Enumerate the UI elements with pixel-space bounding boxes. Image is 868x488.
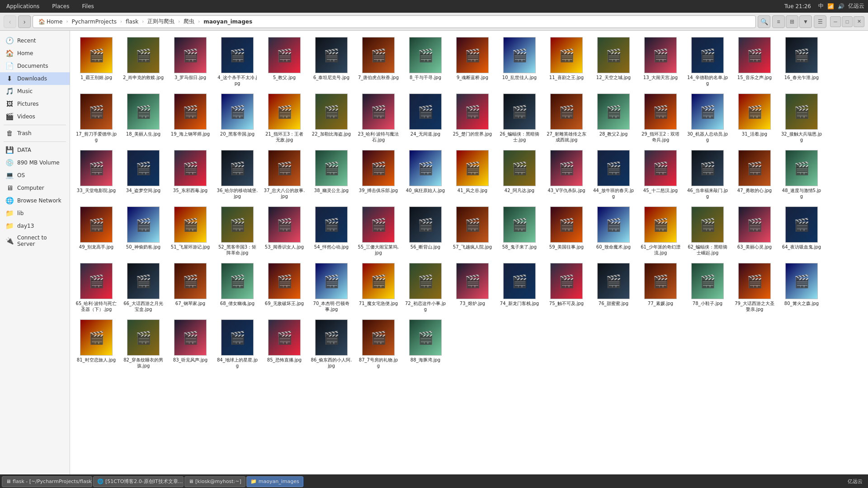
sidebar-item-music[interactable]: 🎵Music bbox=[0, 85, 70, 98]
sidebar-item-documents[interactable]: 📄Documents bbox=[0, 60, 70, 72]
file-item[interactable]: 🎬 22_加勒比海盗.jpg bbox=[309, 91, 354, 145]
sidebar-item-home[interactable]: 🏠Home bbox=[0, 47, 70, 60]
menu-button[interactable]: ☰ bbox=[814, 15, 826, 28]
file-item[interactable]: 🎬 58_鬼子来了.jpg bbox=[497, 204, 542, 258]
file-item[interactable]: 🎬 25_楚门的世界.jpg bbox=[450, 91, 495, 145]
sidebar-item-trash[interactable]: 🗑Trash bbox=[0, 127, 70, 140]
file-item[interactable]: 🎬 17_剪刀手爱德华.jpg bbox=[74, 91, 119, 145]
file-item[interactable]: 🎬 20_黑客帝国.jpg bbox=[215, 91, 260, 145]
file-item[interactable]: 🎬 47_勇敢的心.jpg bbox=[732, 147, 777, 202]
file-item[interactable]: 🎬 16_春光乍泄.jpg bbox=[779, 34, 824, 89]
file-item[interactable]: 🎬 41_风之谷.jpg bbox=[450, 147, 495, 202]
file-item[interactable]: 🎬 54_怦然心动.jpg bbox=[309, 204, 354, 258]
sound-icon[interactable]: 🔊 bbox=[838, 3, 844, 9]
file-item[interactable]: 🎬 63_美丽心灵.jpg bbox=[732, 204, 777, 258]
file-item[interactable]: 🎬 3_罗马假日.jpg bbox=[168, 34, 213, 89]
file-item[interactable]: 🎬 30_机器人总动员.jpg bbox=[685, 91, 730, 145]
file-item[interactable]: 🎬 53_闻香识女人.jpg bbox=[262, 204, 307, 258]
file-item[interactable]: 🎬 1_霸王别姬.jpg bbox=[74, 34, 119, 89]
sidebar-item-downloads[interactable]: ⬇Downloads bbox=[0, 72, 70, 85]
sidebar-item-recent[interactable]: 🕐Recent bbox=[0, 34, 70, 47]
grid-view-button[interactable]: ⊞ bbox=[786, 15, 798, 28]
breadcrumb-flask[interactable]: flask bbox=[123, 18, 141, 26]
file-item[interactable]: 🎬 66_大话西游之月光宝盒.jpg bbox=[121, 260, 166, 315]
file-item[interactable]: 🎬 65_哈利·波特与死亡圣器（下）.jpg bbox=[74, 260, 119, 315]
file-item[interactable]: 🎬 80_篝火之森.jpg bbox=[779, 260, 824, 315]
file-item[interactable]: 🎬 23_哈利·波特与魔法石.jpg bbox=[356, 91, 401, 145]
file-item[interactable]: 🎬 55_三傻大闹宝莱坞.jpg bbox=[356, 204, 401, 258]
sidebar-item-890mb[interactable]: 💿890 MB Volume bbox=[0, 156, 70, 169]
remote-icon[interactable]: 亿远云 bbox=[848, 2, 864, 10]
back-button[interactable]: ‹ bbox=[4, 15, 16, 28]
file-item[interactable]: 🎬 60_致命魔术.jpg bbox=[591, 204, 636, 258]
maximize-button[interactable]: □ bbox=[842, 16, 853, 27]
breadcrumb-regex[interactable]: 正则与爬虫 bbox=[145, 17, 177, 26]
sidebar-item-computer[interactable]: 🖥Computer bbox=[0, 182, 70, 194]
file-item[interactable]: 🎬 85_恐怖直播.jpg bbox=[262, 317, 307, 371]
file-item[interactable]: 🎬 38_幽灵公主.jpg bbox=[309, 147, 354, 202]
file-item[interactable]: 🎬 36_哈尔的移动城堡.jpg bbox=[215, 147, 260, 202]
file-item[interactable]: 🎬 42_阿凡达.jpg bbox=[497, 147, 542, 202]
file-item[interactable]: 🎬 9_魂断蓝桥.jpg bbox=[450, 34, 495, 89]
sidebar-item-videos[interactable]: 🎬Videos bbox=[0, 110, 70, 123]
file-item[interactable]: 🎬 59_美国往事.jpg bbox=[544, 204, 589, 258]
breadcrumb-spider[interactable]: 爬虫 bbox=[181, 17, 197, 26]
network-icon[interactable]: 📶 bbox=[827, 3, 834, 9]
file-item[interactable]: 🎬 73_熔炉.jpg bbox=[450, 260, 495, 315]
file-item[interactable]: 🎬 72_初恋这件小事.jpg bbox=[403, 260, 448, 315]
file-item[interactable]: 🎬 57_飞越疯人院.jpg bbox=[450, 204, 495, 258]
file-item[interactable]: 🎬 87_7号房的礼物.jpg bbox=[356, 317, 401, 371]
taskbar-item-browser[interactable]: 🌐[51CTO博客2.0-原创IT技术文章... bbox=[93, 476, 184, 487]
file-item[interactable]: 🎬 24_无间道.jpg bbox=[403, 91, 448, 145]
file-item[interactable]: 🎬 68_倩女幽魂.jpg bbox=[215, 260, 260, 315]
sidebar-item-data[interactable]: 💾DATA bbox=[0, 144, 70, 156]
file-item[interactable]: 🎬 83_听见风声.jpg bbox=[168, 317, 213, 371]
file-item[interactable]: 🎬 40_疯狂原始人.jpg bbox=[403, 147, 448, 202]
file-item[interactable]: 🎬 62_蝙蝠侠：黑暗骑士崛起.jpg bbox=[685, 204, 730, 258]
file-item[interactable]: 🎬 26_蝙蝠侠：黑暗骑士.jpg bbox=[497, 91, 542, 145]
taskbar-item-kiosk[interactable]: 🖥[kiosk@myhost:~] bbox=[184, 476, 245, 487]
file-item[interactable]: 🎬 6_泰坦尼克号.jpg bbox=[309, 34, 354, 89]
file-item[interactable]: 🎬 79_大话西游之大圣娶亲.jpg bbox=[732, 260, 777, 315]
file-item[interactable]: 🎬 50_神偷奶爸.jpg bbox=[121, 204, 166, 258]
file-item[interactable]: 🎬 8_千与千寻.jpg bbox=[403, 34, 448, 89]
file-item[interactable]: 🎬 64_夜访吸血鬼.jpg bbox=[779, 204, 824, 258]
file-item[interactable]: 🎬 29_指环王2：双塔奇兵.jpg bbox=[638, 91, 683, 145]
file-item[interactable]: 🎬 52_黑客帝国3：矩阵革命.jpg bbox=[215, 204, 260, 258]
file-item[interactable]: 🎬 19_海上钢琴师.jpg bbox=[168, 91, 213, 145]
file-item[interactable]: 🎬 75_触不可及.jpg bbox=[544, 260, 589, 315]
file-item[interactable]: 🎬 70_本杰明·巴顿奇事.jpg bbox=[309, 260, 354, 315]
close-button[interactable]: ✕ bbox=[854, 16, 864, 27]
file-item[interactable]: 🎬 10_乱世佳人.jpg bbox=[497, 34, 542, 89]
file-item[interactable]: 🎬 33_天堂电影院.jpg bbox=[74, 147, 119, 202]
taskbar-item-terminal[interactable]: 🖥flask - [~/PycharmProjects/flask]... bbox=[2, 476, 92, 487]
file-item[interactable]: 🎬 5_教父.jpg bbox=[262, 34, 307, 89]
breadcrumb-home[interactable]: 🏠 Home bbox=[36, 18, 65, 26]
file-item[interactable]: 🎬 82_穿条纹睡衣的男孩.jpg bbox=[121, 317, 166, 371]
file-item[interactable]: 🎬 84_地球上的星星.jpg bbox=[215, 317, 260, 371]
file-item[interactable]: 🎬 27_射雕英雄传之东成西就.jpg bbox=[544, 91, 589, 145]
file-item[interactable]: 🎬 77_素媛.jpg bbox=[638, 260, 683, 315]
input-method-icon[interactable]: 中 bbox=[818, 2, 824, 10]
file-item[interactable]: 🎬 56_断背山.jpg bbox=[403, 204, 448, 258]
file-item[interactable]: 🎬 67_钢琴家.jpg bbox=[168, 260, 213, 315]
file-item[interactable]: 🎬 69_无敌破坏王.jpg bbox=[262, 260, 307, 315]
file-item[interactable]: 🎬 21_指环王3：王者无敌.jpg bbox=[262, 91, 307, 145]
file-item[interactable]: 🎬 78_小鞋子.jpg bbox=[685, 260, 730, 315]
file-item[interactable]: 🎬 48_速度与激情5.jpg bbox=[779, 147, 824, 202]
files-menu[interactable]: Files bbox=[79, 2, 96, 10]
file-item[interactable]: 🎬 15_音乐之声.jpg bbox=[732, 34, 777, 89]
sidebar-item-connect-server[interactable]: 🔌Connect to Server bbox=[0, 232, 70, 249]
minimize-button[interactable]: ─ bbox=[830, 16, 841, 27]
view-dropdown-button[interactable]: ▼ bbox=[799, 15, 812, 28]
file-item[interactable]: 🎬 34_盗梦空间.jpg bbox=[121, 147, 166, 202]
list-view-button[interactable]: ≡ bbox=[772, 15, 785, 28]
file-item[interactable]: 🎬 45_十二怒汉.jpg bbox=[638, 147, 683, 202]
file-item[interactable]: 🎬 81_时空恋旅人.jpg bbox=[74, 317, 119, 371]
file-item[interactable]: 🎬 43_V字仇杀队.jpg bbox=[544, 147, 589, 202]
file-item[interactable]: 🎬 51_飞屋环游记.jpg bbox=[168, 204, 213, 258]
file-item[interactable]: 🎬 37_忠犬八公的故事.jpg bbox=[262, 147, 307, 202]
file-item[interactable]: 🎬 39_搏击俱乐部.jpg bbox=[356, 147, 401, 202]
remote-taskbar-icon[interactable]: 亿远云 bbox=[848, 478, 863, 485]
file-item[interactable]: 🎬 13_大闹天宫.jpg bbox=[638, 34, 683, 89]
